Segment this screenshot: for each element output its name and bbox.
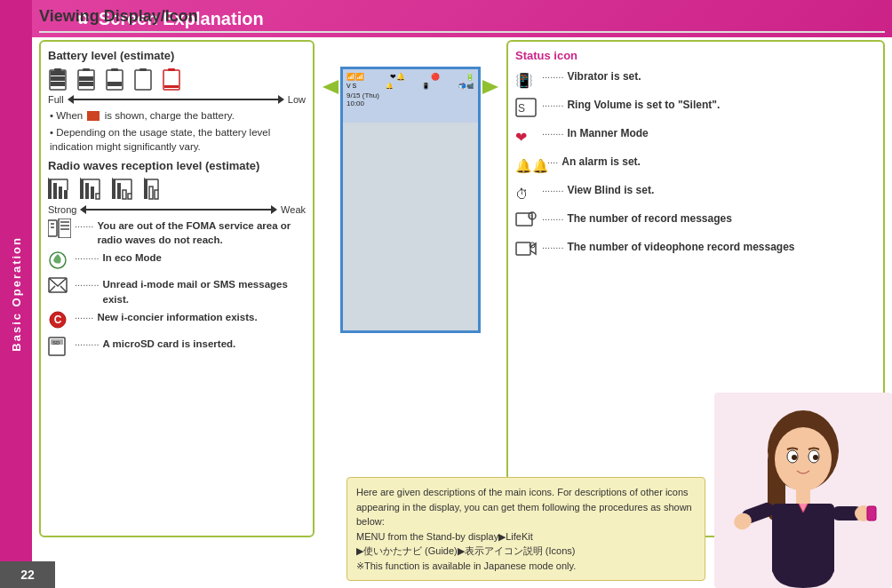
svg-point-78	[813, 455, 818, 460]
strong-label: Strong	[48, 204, 76, 215]
status-item-manner: ❤ ........ In Manner Mode	[515, 126, 876, 148]
battery-bullet2: • Depending on the usage state, the batt…	[48, 125, 306, 154]
svg-rect-9	[107, 70, 123, 90]
alarm-icon: 🔔🔔	[515, 155, 547, 177]
svg-rect-1	[54, 68, 61, 71]
svg-rect-38	[144, 179, 147, 199]
svg-text:S: S	[518, 102, 525, 115]
left-sidebar: Basic Operation	[0, 0, 32, 588]
battery-1bar-icon	[133, 68, 153, 91]
svg-rect-10	[111, 68, 118, 71]
signal-weak-icon	[144, 178, 162, 201]
svg-text:C: C	[54, 314, 62, 326]
center-panel: 📶📶 ❤🔔 🔴 🔋 V S 🔔 📳 📬📹 9/15 (Thu)	[322, 40, 499, 537]
svg-rect-11	[108, 82, 122, 86]
foma-icon	[48, 219, 73, 242]
svg-rect-4	[51, 82, 65, 86]
svg-rect-15	[168, 68, 175, 71]
svg-text:🔔🔔: 🔔🔔	[515, 158, 547, 174]
left-panel: Battery level (estimate)	[39, 40, 315, 537]
svg-rect-27	[96, 194, 100, 199]
character-area	[714, 393, 892, 588]
mail-icon	[48, 277, 73, 297]
vibrator-text: Vibrator is set.	[567, 69, 641, 84]
svg-line-54	[60, 286, 67, 292]
sidebar-label: Basic Operation	[10, 236, 23, 352]
svg-rect-7	[79, 76, 93, 81]
radio-icons-row	[48, 178, 306, 201]
bottom-info-text4: ※This function is available in Japanese …	[356, 560, 576, 571]
signal-3bar-icon	[80, 178, 105, 201]
phone-time: 10:00	[346, 99, 474, 107]
vibrator-icon: 📳	[515, 69, 542, 91]
phone-frame: 📶📶 ❤🔔 🔴 🔋 V S 🔔 📳 📬📹 9/15 (Thu)	[340, 67, 481, 333]
weak-label: Weak	[281, 204, 306, 215]
battery-icons-row	[48, 68, 306, 91]
bottom-info-text3: ▶使いかたナビ (Guide)▶表示アイコン説明 (Icons)	[356, 545, 575, 556]
phone-screen-top: 📶📶 ❤🔔 🔴 🔋 V S 🔔 📳 📬📹 9/15 (Thu)	[343, 69, 478, 123]
battery-3bar-icon	[76, 68, 96, 91]
signal-2bar-icon	[112, 178, 137, 201]
status-item-ring: S ........ Ring Volume is set to "Silent…	[515, 98, 876, 120]
radio-title: Radio waves reception level (estimate)	[48, 159, 306, 172]
svg-rect-17	[48, 179, 52, 199]
list-item: ......... Unread i-mode mail or SMS mess…	[48, 277, 306, 306]
svg-text:❤: ❤	[515, 130, 527, 145]
videophone-text: The number of videophone record messages	[567, 240, 794, 255]
svg-rect-34	[128, 194, 131, 199]
bottom-info-text1: Here are given descriptions of the main …	[356, 487, 692, 527]
signal-arrow-row: Strong Weak	[48, 204, 306, 215]
record-text: The number of record messages	[567, 211, 731, 226]
arrow-left	[323, 80, 338, 94]
svg-text:📳: 📳	[515, 72, 533, 89]
svg-rect-39	[149, 187, 153, 199]
main-content: Viewing Display/Icon Battery level (esti…	[32, 0, 892, 588]
svg-text:0: 0	[530, 243, 532, 249]
svg-rect-85	[867, 506, 876, 520]
list-item: SD ......... A microSD card is inserted.	[48, 337, 306, 360]
svg-point-77	[792, 455, 797, 460]
svg-rect-26	[91, 187, 94, 199]
status-item-alarm: 🔔🔔 .... An alarm is set.	[515, 155, 876, 177]
svg-rect-40	[155, 190, 158, 199]
svg-rect-13	[139, 68, 147, 71]
list-item: ....... You are out of the FOMA service …	[48, 219, 306, 247]
svg-rect-12	[135, 70, 151, 90]
bottom-info-text2: MENU from the Stand-by display▶LifeKit	[356, 531, 533, 542]
status-item-vibrator: 📳 ........ Vibrator is set.	[515, 69, 876, 91]
svg-rect-24	[80, 179, 84, 199]
record-icon: 0	[515, 211, 542, 234]
sd-icon: SD	[48, 337, 73, 360]
phone-status-row1: 📶📶 ❤🔔 🔴 🔋	[346, 73, 474, 81]
svg-rect-2	[51, 71, 65, 75]
svg-rect-18	[53, 183, 57, 199]
svg-rect-33	[123, 190, 126, 199]
svg-rect-20	[64, 190, 68, 199]
concier-icon: C	[48, 310, 73, 333]
status-item-videophone: 0 ........ The number of videophone reco…	[515, 240, 876, 262]
svg-rect-3	[51, 76, 65, 81]
character-illustration	[723, 401, 883, 588]
list-item: ......... In eco Mode	[48, 250, 306, 274]
svg-line-53	[49, 286, 55, 292]
status-item-blind: ⏱ ........ View Blind is set.	[515, 183, 876, 205]
svg-rect-6	[83, 68, 90, 71]
battery-2bar-icon	[105, 68, 124, 91]
page-number: 22	[0, 561, 55, 588]
bottom-info-box: Here are given descriptions of the main …	[346, 477, 705, 581]
blind-text: View Blind is set.	[567, 183, 654, 198]
svg-rect-79	[796, 489, 810, 505]
signal-full-icon	[48, 178, 73, 201]
phone-date: 9/15 (Thu)	[346, 91, 474, 99]
phone-status-row2: V S 🔔 📳 📬📹	[346, 83, 474, 90]
svg-rect-25	[85, 183, 89, 199]
svg-point-74	[775, 427, 832, 491]
eco-icon	[48, 250, 73, 274]
status-item-record: 0 ........ The number of record messages	[515, 211, 876, 234]
alarm-text: An alarm is set.	[561, 155, 641, 170]
battery-full-icon	[48, 68, 68, 91]
ring-text: Ring Volume is set to "Silent".	[567, 98, 720, 113]
full-label: Full	[48, 94, 64, 105]
battery-low-icon	[162, 68, 181, 91]
svg-rect-19	[59, 187, 62, 199]
